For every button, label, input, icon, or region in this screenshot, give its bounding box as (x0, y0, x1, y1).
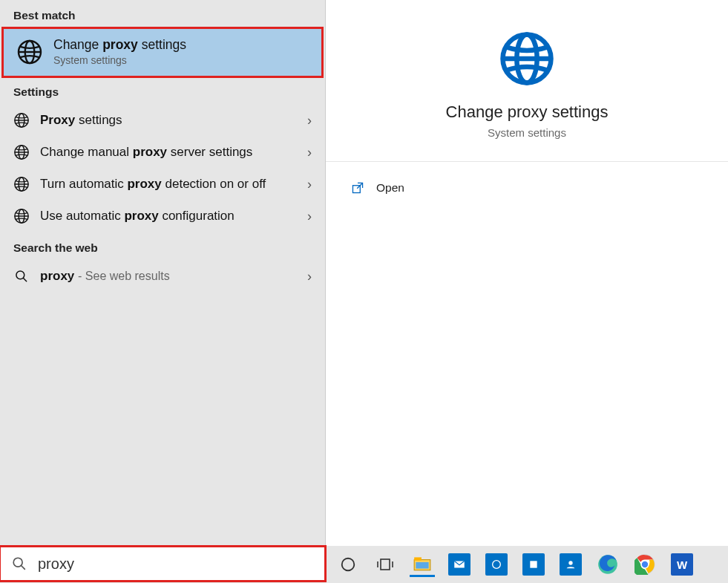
svg-rect-15 (414, 557, 422, 560)
preview-subtitle: System settings (488, 126, 566, 139)
search-box-wrap (0, 547, 325, 582)
chevron-right-icon: › (307, 145, 312, 160)
preview-pane: Change proxy settings System settings Op… (325, 0, 728, 546)
settings-result-proxy-settings[interactable]: Proxy settings › (0, 105, 325, 137)
best-match-subtitle: System settings (53, 54, 186, 66)
globe-icon (498, 30, 556, 102)
open-action[interactable]: Open (348, 177, 706, 199)
result-label: Use automatic proxy configuration (40, 208, 312, 225)
file-explorer-icon[interactable] (410, 552, 435, 577)
result-label: Change manual proxy server settings (40, 144, 312, 161)
search-icon (11, 556, 27, 572)
chevron-right-icon: › (307, 177, 312, 192)
settings-result-manual-proxy[interactable]: Change manual proxy server settings › (0, 137, 325, 169)
svg-point-10 (342, 558, 355, 571)
edge-icon[interactable] (595, 552, 620, 577)
contacts-app-icon[interactable] (558, 552, 583, 577)
taskbar-search-box[interactable] (0, 547, 325, 581)
svg-rect-16 (416, 562, 428, 569)
svg-rect-11 (381, 559, 390, 570)
square-app-icon[interactable] (521, 552, 546, 577)
taskbar-icons: W (325, 552, 695, 577)
preview-title: Change proxy settings (446, 102, 609, 122)
preview-actions: Open (326, 162, 728, 214)
chevron-right-icon: › (307, 269, 312, 284)
result-label: proxy - See web results (40, 268, 312, 285)
task-view-icon[interactable] (373, 552, 398, 577)
search-input[interactable] (38, 556, 314, 573)
best-match-result[interactable]: Change proxy settings System settings (3, 28, 322, 76)
taskbar: W (0, 546, 728, 583)
globe-icon (13, 176, 30, 192)
mail-icon[interactable] (447, 552, 472, 577)
globe-icon (13, 112, 30, 128)
best-match-texts: Change proxy settings System settings (53, 37, 186, 66)
settings-result-auto-proxy-config[interactable]: Use automatic proxy configuration › (0, 201, 325, 232)
search-results-window: Best match Change proxy settings System … (0, 0, 728, 546)
settings-header: Settings (0, 76, 325, 105)
globe-icon (16, 39, 43, 65)
svg-rect-19 (530, 561, 537, 567)
svg-point-23 (641, 561, 649, 568)
best-match-title: Change proxy settings (53, 37, 186, 53)
open-label: Open (376, 181, 404, 195)
results-list-pane: Best match Change proxy settings System … (0, 0, 325, 546)
chevron-right-icon: › (307, 209, 312, 224)
dell-app-icon[interactable] (484, 552, 509, 577)
web-result-proxy[interactable]: proxy - See web results › (0, 261, 325, 293)
chrome-icon[interactable] (632, 552, 658, 577)
cortana-icon[interactable] (335, 552, 361, 577)
best-match-header: Best match (0, 0, 325, 28)
settings-result-auto-proxy-detect[interactable]: Turn automatic proxy detection on or off… (0, 169, 325, 201)
search-web-header: Search the web (0, 232, 325, 261)
preview-header: Change proxy settings System settings (326, 0, 728, 162)
search-icon (13, 268, 30, 284)
word-icon[interactable]: W (669, 552, 695, 577)
result-label: Turn automatic proxy detection on or off (40, 176, 312, 193)
svg-point-18 (493, 561, 501, 569)
globe-icon (13, 144, 30, 160)
svg-point-20 (568, 561, 572, 564)
result-label: Proxy settings (40, 112, 312, 129)
globe-icon (13, 208, 30, 224)
open-external-icon (351, 181, 364, 195)
chevron-right-icon: › (307, 113, 312, 128)
